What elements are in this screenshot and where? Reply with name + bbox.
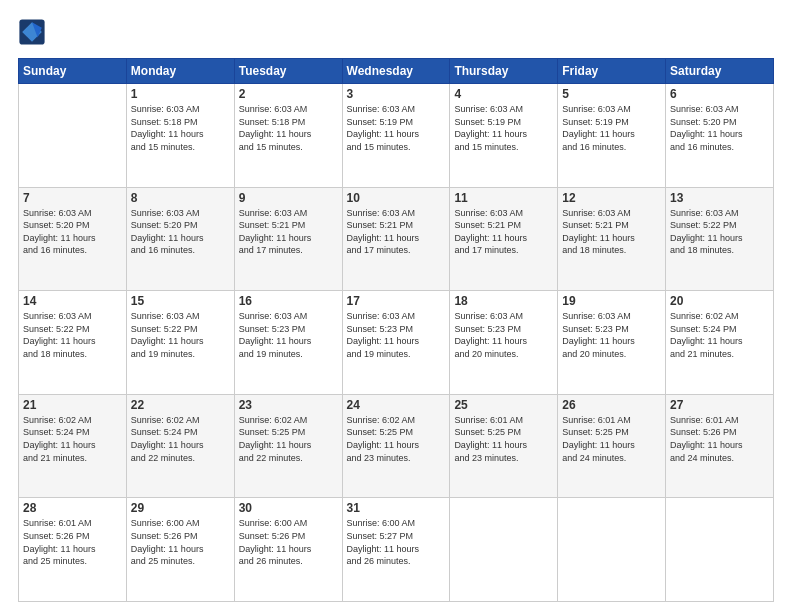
day-info: Sunrise: 6:03 AM Sunset: 5:22 PM Dayligh… xyxy=(131,310,230,360)
day-info: Sunrise: 6:03 AM Sunset: 5:19 PM Dayligh… xyxy=(347,103,446,153)
day-number: 25 xyxy=(454,398,553,412)
day-info: Sunrise: 6:01 AM Sunset: 5:26 PM Dayligh… xyxy=(670,414,769,464)
calendar-day-cell: 5Sunrise: 6:03 AM Sunset: 5:19 PM Daylig… xyxy=(558,84,666,188)
logo xyxy=(18,18,48,46)
day-info: Sunrise: 6:03 AM Sunset: 5:20 PM Dayligh… xyxy=(670,103,769,153)
calendar-day-cell: 1Sunrise: 6:03 AM Sunset: 5:18 PM Daylig… xyxy=(126,84,234,188)
day-info: Sunrise: 6:03 AM Sunset: 5:19 PM Dayligh… xyxy=(562,103,661,153)
day-info: Sunrise: 6:01 AM Sunset: 5:25 PM Dayligh… xyxy=(454,414,553,464)
day-info: Sunrise: 6:02 AM Sunset: 5:24 PM Dayligh… xyxy=(670,310,769,360)
day-number: 11 xyxy=(454,191,553,205)
calendar-day-cell: 6Sunrise: 6:03 AM Sunset: 5:20 PM Daylig… xyxy=(666,84,774,188)
calendar-day-cell: 25Sunrise: 6:01 AM Sunset: 5:25 PM Dayli… xyxy=(450,394,558,498)
day-info: Sunrise: 6:02 AM Sunset: 5:24 PM Dayligh… xyxy=(131,414,230,464)
calendar-week-row: 1Sunrise: 6:03 AM Sunset: 5:18 PM Daylig… xyxy=(19,84,774,188)
calendar-day-cell: 23Sunrise: 6:02 AM Sunset: 5:25 PM Dayli… xyxy=(234,394,342,498)
day-info: Sunrise: 6:03 AM Sunset: 5:23 PM Dayligh… xyxy=(562,310,661,360)
day-info: Sunrise: 6:00 AM Sunset: 5:27 PM Dayligh… xyxy=(347,517,446,567)
day-info: Sunrise: 6:03 AM Sunset: 5:21 PM Dayligh… xyxy=(347,207,446,257)
day-number: 27 xyxy=(670,398,769,412)
day-info: Sunrise: 6:03 AM Sunset: 5:21 PM Dayligh… xyxy=(239,207,338,257)
day-number: 21 xyxy=(23,398,122,412)
calendar-day-cell xyxy=(666,498,774,602)
calendar-day-cell: 29Sunrise: 6:00 AM Sunset: 5:26 PM Dayli… xyxy=(126,498,234,602)
calendar-day-cell: 21Sunrise: 6:02 AM Sunset: 5:24 PM Dayli… xyxy=(19,394,127,498)
day-info: Sunrise: 6:00 AM Sunset: 5:26 PM Dayligh… xyxy=(131,517,230,567)
calendar-day-cell: 12Sunrise: 6:03 AM Sunset: 5:21 PM Dayli… xyxy=(558,187,666,291)
calendar-day-header: Friday xyxy=(558,59,666,84)
calendar-day-cell: 3Sunrise: 6:03 AM Sunset: 5:19 PM Daylig… xyxy=(342,84,450,188)
calendar-day-header: Thursday xyxy=(450,59,558,84)
calendar-day-cell: 9Sunrise: 6:03 AM Sunset: 5:21 PM Daylig… xyxy=(234,187,342,291)
day-number: 8 xyxy=(131,191,230,205)
calendar-day-header: Wednesday xyxy=(342,59,450,84)
day-info: Sunrise: 6:03 AM Sunset: 5:21 PM Dayligh… xyxy=(562,207,661,257)
page: SundayMondayTuesdayWednesdayThursdayFrid… xyxy=(0,0,792,612)
calendar-day-cell: 11Sunrise: 6:03 AM Sunset: 5:21 PM Dayli… xyxy=(450,187,558,291)
day-info: Sunrise: 6:02 AM Sunset: 5:25 PM Dayligh… xyxy=(347,414,446,464)
day-info: Sunrise: 6:00 AM Sunset: 5:26 PM Dayligh… xyxy=(239,517,338,567)
day-number: 1 xyxy=(131,87,230,101)
day-number: 15 xyxy=(131,294,230,308)
calendar-day-cell xyxy=(19,84,127,188)
day-number: 17 xyxy=(347,294,446,308)
day-info: Sunrise: 6:03 AM Sunset: 5:23 PM Dayligh… xyxy=(347,310,446,360)
day-number: 19 xyxy=(562,294,661,308)
calendar-day-cell: 15Sunrise: 6:03 AM Sunset: 5:22 PM Dayli… xyxy=(126,291,234,395)
calendar-table: SundayMondayTuesdayWednesdayThursdayFrid… xyxy=(18,58,774,602)
day-number: 7 xyxy=(23,191,122,205)
day-number: 4 xyxy=(454,87,553,101)
calendar-day-cell: 4Sunrise: 6:03 AM Sunset: 5:19 PM Daylig… xyxy=(450,84,558,188)
day-number: 18 xyxy=(454,294,553,308)
calendar-day-cell: 17Sunrise: 6:03 AM Sunset: 5:23 PM Dayli… xyxy=(342,291,450,395)
calendar-day-cell: 26Sunrise: 6:01 AM Sunset: 5:25 PM Dayli… xyxy=(558,394,666,498)
calendar-week-row: 14Sunrise: 6:03 AM Sunset: 5:22 PM Dayli… xyxy=(19,291,774,395)
day-number: 28 xyxy=(23,501,122,515)
calendar-day-cell: 13Sunrise: 6:03 AM Sunset: 5:22 PM Dayli… xyxy=(666,187,774,291)
calendar-day-cell xyxy=(450,498,558,602)
day-info: Sunrise: 6:03 AM Sunset: 5:23 PM Dayligh… xyxy=(454,310,553,360)
day-info: Sunrise: 6:03 AM Sunset: 5:18 PM Dayligh… xyxy=(131,103,230,153)
calendar-day-cell: 22Sunrise: 6:02 AM Sunset: 5:24 PM Dayli… xyxy=(126,394,234,498)
calendar-header-row: SundayMondayTuesdayWednesdayThursdayFrid… xyxy=(19,59,774,84)
calendar-week-row: 7Sunrise: 6:03 AM Sunset: 5:20 PM Daylig… xyxy=(19,187,774,291)
day-number: 13 xyxy=(670,191,769,205)
calendar-day-cell: 18Sunrise: 6:03 AM Sunset: 5:23 PM Dayli… xyxy=(450,291,558,395)
logo-icon xyxy=(18,18,46,46)
day-info: Sunrise: 6:03 AM Sunset: 5:18 PM Dayligh… xyxy=(239,103,338,153)
calendar-day-header: Tuesday xyxy=(234,59,342,84)
calendar-day-cell: 28Sunrise: 6:01 AM Sunset: 5:26 PM Dayli… xyxy=(19,498,127,602)
day-number: 23 xyxy=(239,398,338,412)
day-number: 26 xyxy=(562,398,661,412)
day-info: Sunrise: 6:02 AM Sunset: 5:24 PM Dayligh… xyxy=(23,414,122,464)
calendar-day-cell: 19Sunrise: 6:03 AM Sunset: 5:23 PM Dayli… xyxy=(558,291,666,395)
day-number: 30 xyxy=(239,501,338,515)
calendar-day-cell: 16Sunrise: 6:03 AM Sunset: 5:23 PM Dayli… xyxy=(234,291,342,395)
calendar-day-cell: 7Sunrise: 6:03 AM Sunset: 5:20 PM Daylig… xyxy=(19,187,127,291)
calendar-week-row: 21Sunrise: 6:02 AM Sunset: 5:24 PM Dayli… xyxy=(19,394,774,498)
day-number: 29 xyxy=(131,501,230,515)
day-info: Sunrise: 6:03 AM Sunset: 5:23 PM Dayligh… xyxy=(239,310,338,360)
day-info: Sunrise: 6:03 AM Sunset: 5:22 PM Dayligh… xyxy=(23,310,122,360)
day-number: 12 xyxy=(562,191,661,205)
day-info: Sunrise: 6:03 AM Sunset: 5:22 PM Dayligh… xyxy=(670,207,769,257)
calendar-day-header: Sunday xyxy=(19,59,127,84)
header xyxy=(18,18,774,46)
calendar-day-header: Saturday xyxy=(666,59,774,84)
day-info: Sunrise: 6:03 AM Sunset: 5:20 PM Dayligh… xyxy=(131,207,230,257)
day-number: 9 xyxy=(239,191,338,205)
day-number: 24 xyxy=(347,398,446,412)
day-number: 10 xyxy=(347,191,446,205)
day-number: 14 xyxy=(23,294,122,308)
calendar-day-cell: 8Sunrise: 6:03 AM Sunset: 5:20 PM Daylig… xyxy=(126,187,234,291)
calendar-day-cell: 24Sunrise: 6:02 AM Sunset: 5:25 PM Dayli… xyxy=(342,394,450,498)
calendar-day-cell: 2Sunrise: 6:03 AM Sunset: 5:18 PM Daylig… xyxy=(234,84,342,188)
day-number: 20 xyxy=(670,294,769,308)
day-info: Sunrise: 6:03 AM Sunset: 5:19 PM Dayligh… xyxy=(454,103,553,153)
day-number: 2 xyxy=(239,87,338,101)
day-number: 5 xyxy=(562,87,661,101)
day-number: 16 xyxy=(239,294,338,308)
calendar-day-cell: 14Sunrise: 6:03 AM Sunset: 5:22 PM Dayli… xyxy=(19,291,127,395)
day-info: Sunrise: 6:01 AM Sunset: 5:26 PM Dayligh… xyxy=(23,517,122,567)
calendar-day-cell xyxy=(558,498,666,602)
